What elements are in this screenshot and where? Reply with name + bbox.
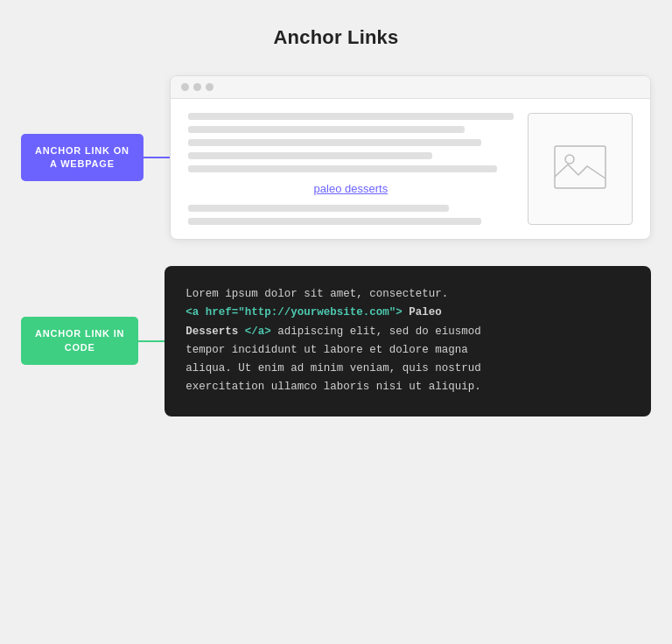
page-title: Anchor Links bbox=[274, 26, 399, 49]
browser-text-area: paleo desserts bbox=[188, 113, 514, 225]
code-line-6: exercitation ullamco laboris nisi ut ali… bbox=[186, 378, 630, 396]
anchor-link-code-label: ANCHOR LINK IN CODE bbox=[21, 317, 138, 365]
browser-dot-2 bbox=[193, 83, 201, 91]
connector-line-1 bbox=[144, 157, 170, 158]
code-line-3: Desserts </a> adipiscing elit, sed do ei… bbox=[186, 323, 630, 341]
browser-content: paleo desserts bbox=[171, 99, 650, 239]
anchor-link-demo[interactable]: paleo desserts bbox=[188, 178, 514, 199]
text-line bbox=[188, 218, 481, 225]
connector-line-2 bbox=[138, 340, 164, 342]
text-line bbox=[188, 126, 465, 133]
text-line bbox=[188, 165, 498, 172]
code-block: Lorem ipsum dolor sit amet, consectetur.… bbox=[164, 266, 651, 416]
code-line-2: <a href="http://yourwebsite.com"> Paleo bbox=[186, 304, 630, 322]
image-placeholder bbox=[528, 113, 633, 225]
code-section: ANCHOR LINK IN CODE Lorem ipsum dolor si… bbox=[21, 266, 651, 416]
browser-dot-1 bbox=[181, 83, 189, 91]
anchor-link-webpage-label: ANCHOR LINK ON A WEBPAGE bbox=[21, 134, 144, 182]
svg-point-1 bbox=[565, 155, 574, 164]
browser-mockup: paleo desserts bbox=[170, 75, 651, 240]
svg-rect-0 bbox=[555, 146, 606, 188]
webpage-section: ANCHOR LINK ON A WEBPAGE paleo desserts bbox=[21, 75, 651, 240]
text-line bbox=[188, 139, 481, 146]
browser-toolbar bbox=[171, 76, 650, 99]
text-line bbox=[188, 152, 432, 159]
code-line-5: aliqua. Ut enim ad minim veniam, quis no… bbox=[186, 360, 630, 378]
browser-dot-3 bbox=[206, 83, 214, 91]
text-line bbox=[188, 205, 449, 212]
code-line-1: Lorem ipsum dolor sit amet, consectetur. bbox=[186, 285, 630, 304]
code-line-4: tempor incididunt ut labore et dolore ma… bbox=[186, 341, 630, 360]
text-line bbox=[188, 113, 514, 120]
